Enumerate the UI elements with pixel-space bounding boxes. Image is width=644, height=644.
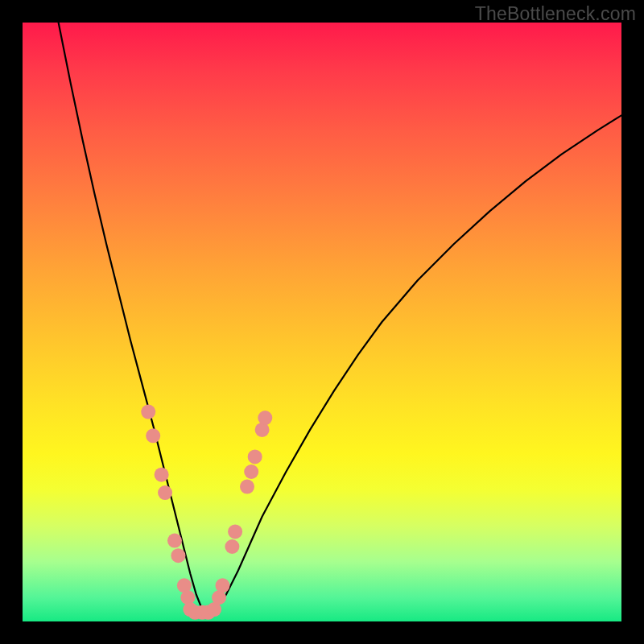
data-marker — [146, 428, 160, 443]
plot-area — [23, 23, 621, 621]
data-marker — [155, 468, 169, 482]
watermark-text: TheBottleneck.com — [475, 3, 636, 25]
data-marker — [171, 548, 185, 563]
bottleneck-curve — [59, 23, 621, 609]
data-marker — [216, 578, 230, 592]
data-marker — [228, 524, 242, 539]
data-marker — [180, 590, 195, 605]
data-marker — [225, 539, 239, 554]
data-marker — [240, 480, 254, 494]
data-marker — [167, 534, 182, 548]
data-markers — [141, 405, 272, 620]
chart-frame: TheBottleneck.com — [0, 0, 644, 644]
data-marker — [141, 405, 155, 419]
chart-svg — [23, 23, 621, 621]
data-marker — [248, 449, 262, 464]
data-marker — [158, 485, 172, 500]
data-marker — [258, 411, 272, 425]
data-marker — [244, 464, 258, 479]
